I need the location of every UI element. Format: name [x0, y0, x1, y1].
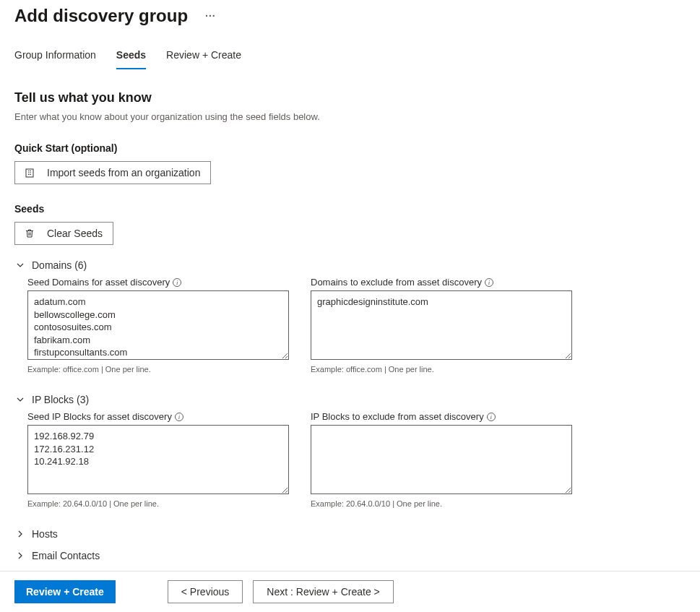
domains-accordion-header[interactable]: Domains (6) [16, 259, 686, 271]
section-description: Enter what you know about your organizat… [14, 111, 686, 122]
page-title-text: Add discovery group [14, 6, 188, 26]
tab-seeds[interactable]: Seeds [116, 43, 146, 69]
exclude-domains-label: Domains to exclude from asset discovery … [311, 277, 572, 288]
section-title: Tell us what you know [14, 90, 686, 105]
email-accordion-header[interactable]: Email Contacts [16, 550, 686, 561]
organization-icon [24, 167, 35, 178]
domains-accordion-body: Seed Domains for asset discovery i Examp… [14, 277, 686, 374]
exclude-domains-input[interactable] [311, 290, 572, 360]
clear-seeds-label: Clear Seeds [47, 228, 103, 239]
quick-start-heading: Quick Start (optional) [14, 142, 686, 154]
seed-domains-input[interactable] [27, 290, 289, 360]
seed-ipblocks-input[interactable] [27, 425, 289, 494]
info-icon[interactable]: i [175, 413, 183, 421]
seed-domains-hint: Example: office.com | One per line. [27, 365, 289, 374]
exclude-ipblocks-hint: Example: 20.64.0.0/10 | One per line. [311, 499, 572, 508]
tabs: Group Information Seeds Review + Create [14, 43, 686, 70]
hosts-accordion-header[interactable]: Hosts [16, 528, 686, 540]
info-icon[interactable]: i [487, 413, 496, 421]
tab-group-information[interactable]: Group Information [14, 43, 96, 69]
seed-ipblocks-hint: Example: 20.64.0.0/10 | One per line. [27, 499, 289, 508]
trash-icon [24, 228, 35, 239]
tab-review-create[interactable]: Review + Create [166, 43, 241, 69]
ipblocks-accordion-body: Seed IP Blocks for asset discovery i Exa… [14, 411, 686, 508]
hosts-header-label: Hosts [32, 528, 58, 540]
footer-bar: Review + Create < Previous Next : Review… [0, 571, 700, 612]
chevron-down-icon [16, 395, 25, 404]
exclude-domains-hint: Example: office.com | One per line. [311, 365, 572, 374]
ipblocks-header-label: IP Blocks (3) [32, 394, 89, 405]
import-seeds-button[interactable]: Import seeds from an organization [14, 161, 211, 184]
email-header-label: Email Contacts [32, 550, 100, 561]
previous-button[interactable]: < Previous [168, 580, 243, 603]
exclude-ipblocks-label: IP Blocks to exclude from asset discover… [311, 411, 572, 422]
chevron-down-icon [16, 261, 25, 270]
import-seeds-label: Import seeds from an organization [47, 167, 200, 178]
info-icon[interactable]: i [485, 278, 493, 287]
seed-domains-label: Seed Domains for asset discovery i [27, 277, 289, 288]
seeds-heading: Seeds [14, 203, 686, 215]
review-create-button[interactable]: Review + Create [14, 580, 116, 603]
chevron-right-icon [16, 551, 25, 560]
clear-seeds-button[interactable]: Clear Seeds [14, 222, 113, 245]
domains-header-label: Domains (6) [32, 259, 87, 271]
ipblocks-accordion-header[interactable]: IP Blocks (3) [16, 394, 686, 405]
more-actions-icon[interactable]: ··· [205, 10, 216, 22]
info-icon[interactable]: i [173, 278, 181, 287]
next-button[interactable]: Next : Review + Create > [253, 580, 393, 603]
page-title: Add discovery group ··· [14, 6, 686, 26]
chevron-right-icon [16, 530, 25, 538]
svg-rect-0 [26, 169, 33, 177]
exclude-ipblocks-input[interactable] [311, 425, 572, 494]
seed-ipblocks-label: Seed IP Blocks for asset discovery i [27, 411, 289, 422]
